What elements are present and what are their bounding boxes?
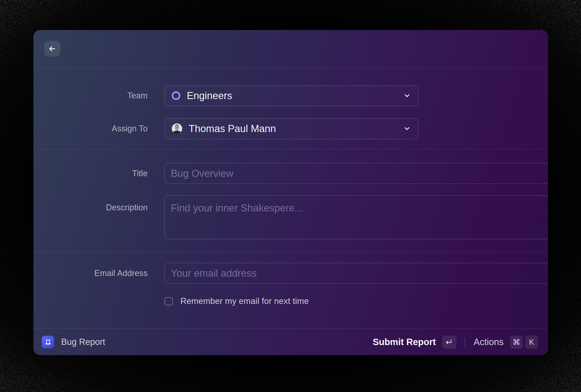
chevron-down-icon <box>403 92 411 99</box>
remember-email-row: Remember my email for next time <box>164 296 548 306</box>
screenshot-canvas: Team Engineers Assign To <box>0 0 581 392</box>
actions-button[interactable]: Actions <box>474 337 504 347</box>
section-team: Team Engineers Assign To <box>34 68 548 149</box>
description-textarea[interactable] <box>164 195 548 239</box>
assign-to-label: Assign To <box>34 124 148 133</box>
k-key-icon: K <box>525 336 538 349</box>
enter-key-icon: ↵ <box>442 336 456 349</box>
title-label: Title <box>34 169 148 178</box>
footer-divider <box>465 337 466 347</box>
bug-report-window: Team Engineers Assign To <box>34 30 548 355</box>
assignee-avatar <box>172 123 182 134</box>
email-label: Email Address <box>34 268 148 278</box>
team-value: Engineers <box>187 90 232 101</box>
section-email: Email Address Remember my email for next… <box>34 252 548 328</box>
footer-actions: Submit Report ↵ Actions ⌘ K <box>373 336 538 349</box>
window-footer: Bug Report Submit Report ↵ Actions ⌘ K <box>34 328 548 355</box>
command-title: Bug Report <box>61 337 105 347</box>
assign-to-row: Assign To <box>34 118 548 139</box>
assign-to-select[interactable]: Thomas Paul Mann <box>164 118 418 139</box>
section-details: Title Description <box>34 149 548 252</box>
team-select[interactable]: Engineers <box>164 85 418 106</box>
assign-to-value: Thomas Paul Mann <box>189 123 276 134</box>
team-label: Team <box>34 91 148 100</box>
title-input[interactable] <box>164 163 548 184</box>
email-row: Email Address <box>34 263 548 284</box>
team-ring-icon <box>172 91 180 100</box>
team-row: Team Engineers <box>34 85 548 106</box>
description-row: Description <box>34 195 548 239</box>
title-row: Title <box>34 163 548 184</box>
remember-email-label: Remember my email for next time <box>180 296 309 306</box>
description-label: Description <box>34 195 148 212</box>
back-button[interactable] <box>44 41 60 57</box>
window-header <box>34 30 548 68</box>
arrow-left-icon <box>48 44 56 53</box>
cmd-key-icon: ⌘ <box>510 336 523 349</box>
email-input[interactable] <box>164 263 548 284</box>
bug-icon <box>42 336 54 348</box>
chevron-down-icon <box>403 125 411 132</box>
remember-email-checkbox[interactable] <box>164 297 173 306</box>
submit-report-button[interactable]: Submit Report <box>373 337 436 347</box>
